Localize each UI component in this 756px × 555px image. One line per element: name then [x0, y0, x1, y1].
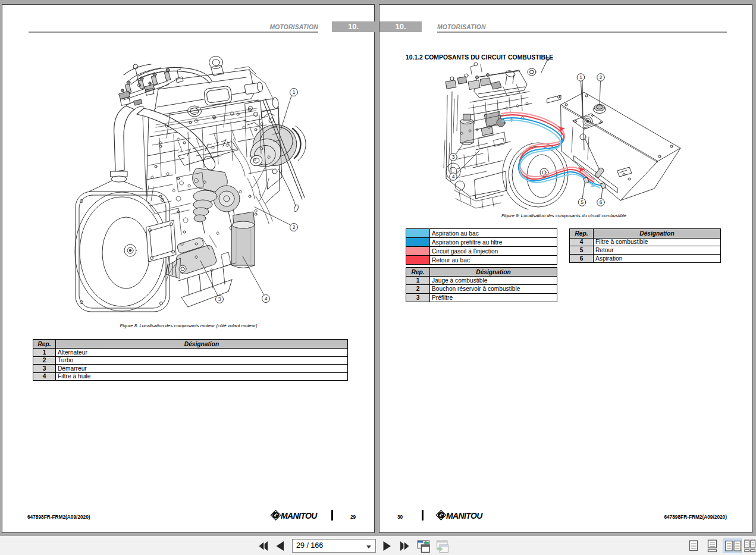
svg-text:1: 1	[293, 89, 296, 95]
svg-text:MANITOU: MANITOU	[446, 511, 483, 520]
svg-text:5: 5	[581, 199, 584, 205]
svg-text:2: 2	[600, 74, 603, 80]
svg-text:4: 4	[265, 296, 268, 302]
svg-text:3: 3	[218, 296, 221, 302]
svg-text:4: 4	[452, 174, 455, 180]
svg-text:3: 3	[452, 154, 455, 160]
svg-text:MANITOU: MANITOU	[281, 511, 318, 520]
svg-text:2: 2	[293, 224, 296, 230]
svg-text:1: 1	[579, 74, 582, 80]
svg-text:6: 6	[600, 199, 603, 205]
